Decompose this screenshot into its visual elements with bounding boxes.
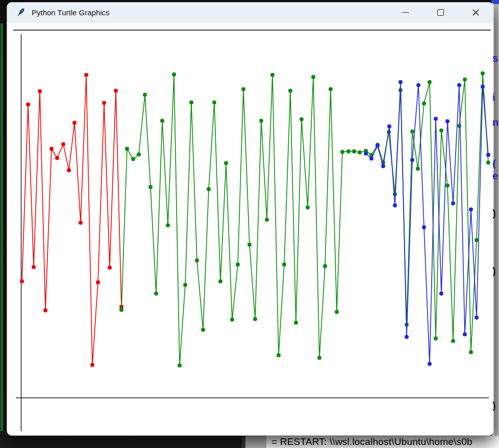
red-series-point [114,89,118,93]
green-series-point [335,310,339,314]
red-series-point [90,363,94,367]
code-fragment: ) [492,401,499,411]
blue-series-point [445,119,450,123]
green-series-point [457,124,461,128]
red-series-point [49,147,54,151]
green-series-point [224,161,228,165]
line-plot [13,31,491,435]
red-series-point [96,280,100,284]
idle-shell-output-line[interactable]: = RESTART: \\wsl.localhost\Ubuntu\home\s… [266,436,499,448]
blue-series-point [486,153,490,157]
green-series-point [247,243,252,247]
blue-series-point [387,124,391,128]
blue-series-point [405,335,409,339]
idle-shell-gutter [245,436,266,448]
blue-series-point [376,144,380,148]
background-window-corner-fragment [491,0,499,4]
green-series-point [469,350,473,354]
green-series-point [143,93,147,97]
green-series-point [481,71,485,75]
python-feather-icon [15,7,27,18]
green-series-point [475,238,479,242]
green-series-point [439,128,443,133]
code-fragment: s [492,53,499,63]
green-series-point [277,353,281,357]
blue-series-point [439,292,443,296]
green-series-point [160,119,164,123]
green-series-point [259,119,263,123]
blue-series-point [481,85,485,89]
code-fragment: e [492,171,499,181]
blue-series-point [381,164,385,168]
close-button[interactable] [458,3,493,22]
close-icon [472,9,480,16]
blue-series-point [434,117,438,121]
blue-series-point [475,315,479,320]
green-series-point [416,167,420,171]
green-series-point [119,308,123,312]
blue-series-point [410,158,414,162]
green-series-point [288,89,292,93]
green-series-point [253,317,257,321]
green-series-point [148,185,153,189]
green-series-point [218,279,222,283]
red-series-point [72,121,77,125]
green-series-point [294,321,298,325]
green-series-point [311,75,315,79]
green-series-point [323,264,327,268]
blue-series-point [457,83,461,87]
green-series-point [131,157,135,161]
green-series-point [300,117,304,121]
green-series-point [451,339,455,343]
green-series-point [137,152,141,156]
green-series-point [154,292,158,296]
code-fragment: ( [492,159,499,169]
green-series-point [352,149,356,153]
red-series-point [26,102,30,107]
window-titlebar[interactable]: Python Turtle Graphics [7,3,493,22]
green-series-point [265,218,269,222]
green-series-point [393,192,397,196]
code-fragment: n [492,117,499,127]
green-series-point [422,101,426,106]
turtle-canvas[interactable] [13,30,491,435]
green-series-point [486,161,490,165]
minimize-icon [402,12,409,13]
green-series-point [434,336,438,340]
desktop-background: sin(e))) = RESTART: \\wsl.localhost\Ubun… [0,0,499,448]
green-series-point [189,100,193,104]
idle-shell-left-edge [242,436,245,448]
maximize-icon [437,9,444,16]
red-series-point [84,73,88,77]
code-fragment: i [492,92,499,102]
red-series-point [55,156,59,160]
red-series-point [79,221,83,225]
green-series-point [428,80,432,84]
blue-series-point [469,207,473,212]
blue-series-point [451,201,455,205]
green-series-point [346,149,351,153]
turtle-graphics-window: Python Turtle Graphics [7,2,494,436]
green-series-point [183,283,187,287]
blue-series-point [463,332,467,336]
green-series-point [445,183,450,188]
green-series-point [172,72,176,76]
blue-series-point [369,156,373,161]
green-series-point [306,205,310,209]
green-series-point [329,87,333,91]
minimize-button[interactable] [388,3,423,22]
maximize-button[interactable] [423,3,458,22]
red-series-point [102,101,106,105]
green-series-point [270,73,275,77]
blue-series-point [393,203,397,207]
window-title: Python Turtle Graphics [32,8,110,17]
blue-series-point [416,83,420,87]
green-series-point [410,129,414,134]
green-series-point [236,262,240,267]
green-series-point [125,147,129,151]
green-series-point [282,262,286,267]
green-series-point [463,77,467,82]
green-series-point [166,223,170,227]
green-series-point [358,150,362,154]
code-fragment: ) [492,208,499,219]
